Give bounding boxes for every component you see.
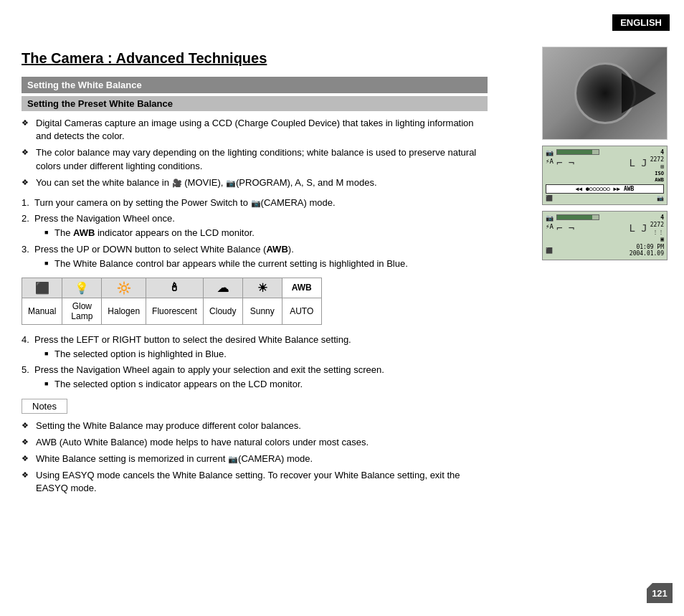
step-num-1: 1. [22,196,29,209]
lcd-right-icons-1: 4 2272 ⊞ ISO AWB [650,149,664,183]
wb-cell-fluor: Fluorescent [146,298,204,324]
lcd-battery-fill-1 [557,150,592,154]
bullet-text-3: You can set the white balance in 🎥 (MOVI… [36,177,377,188]
lcd-bottom-row-1: ⬛ 📷 [546,195,664,202]
wb-cell-manual: Manual [22,298,62,324]
wb-header-awb: AWB [282,278,321,298]
section-header: Setting the White Balance [22,77,488,93]
lcd-icons-left-2: 📷 ⚡A [546,214,554,230]
step-text-3: Press the UP or DOWN button to select Wh… [34,244,294,255]
lcd-bracket-left-1: ⌐ ¬ [556,158,574,168]
lcd-date: 2004.01.09 [630,250,664,257]
step-5-subnote: The selected option s indicator appears … [44,378,488,391]
bullet-item-2: The color balance may vary depending on … [22,146,488,172]
movie-icon: 🎥 [172,179,182,187]
lcd-flash-icon-1: ⚡A [546,158,554,165]
lcd-awb-label: AWB [655,177,664,183]
lcd-photo-icon: ▣ [660,236,664,242]
step-list-1: 1. Turn your camera on by setting the Po… [22,196,488,270]
lcd-camera-icon-2: 📷 [546,214,554,222]
camera-lens-image [542,47,668,140]
subsection-header: Setting the Preset White Balance [22,96,488,111]
step-4-subnote: The selected option is highlighted in Bl… [44,348,488,361]
step-text-1: Turn your camera on by setting the Power… [34,197,336,208]
camera-mode-icon-note: 📷 [228,455,238,463]
program-icon: 📷 [226,179,236,187]
wb-header-glow: 💡 [62,278,102,298]
notes-text-4: Using EASYQ mode cancels the White Balan… [36,470,460,493]
wb-header-sunny: ☀ [242,278,282,298]
step-3-subnote: The White Balance control bar appears wh… [44,257,488,270]
lcd-rec-icon-2: ⬛ [546,247,553,254]
lcd-icons-left-1: 📷 ⚡A [546,149,554,165]
lcd-num-2: 4 [660,214,664,221]
lcd-bracket-right-2: L J [629,223,647,233]
lcd-mode-icon-1: 📷 [657,195,664,202]
wb-header-halogen: 🔆 [102,278,146,298]
step-text-2: Press the Navigation Wheel once. [34,213,175,224]
step-4: 4. Press the LEFT or RIGHT button to sel… [22,333,488,361]
step-list-2: 4. Press the LEFT or RIGHT button to sel… [22,333,488,392]
step-text-4: Press the LEFT or RIGHT button to select… [34,334,351,345]
lcd-bracket-right-1: L J [629,158,647,168]
lcd-datetime: 01:09 PM 2004.01.09 [630,244,664,257]
step-2-subnote: The AWB indicator appears on the LCD mon… [44,227,488,240]
notes-item-1: Setting the White Balance may produce di… [22,420,488,432]
lcd-iso-label: ISO [655,171,664,176]
lcd-rec-icon-1: ⬛ [546,195,553,202]
step-3: 3. Press the UP or DOWN button to select… [22,243,488,270]
step-num-3: 3. [22,243,29,256]
lcd-camera-icon-1: 📷 [546,149,554,156]
step-num-2: 2. [22,212,29,225]
lcd-dots-icon: ⋮⋮ [652,229,664,235]
step-text-5: Press the Navigation Wheel again to appl… [34,364,384,375]
lcd-right-icons-2: 4 2272 ⋮⋮ ▣ [650,214,664,242]
lcd-grid-icon: ⊞ [660,164,664,170]
wb-header-fluor: 🕯 [146,278,204,298]
notes-text-3: White Balance setting is memorized in cu… [36,453,313,464]
step-2: 2. Press the Navigation Wheel once. The … [22,212,488,240]
page-number: 121 [647,583,673,603]
notes-item-3: White Balance setting is memorized in cu… [22,452,488,465]
main-content: The Camera : Advanced Techniques Setting… [0,14,502,510]
lcd-subnum-2: 2272 [650,222,664,228]
lcd-num-1: 4 [660,149,664,156]
lcd-screen-2: 📷 ⚡A ⌐ ¬ L J 4 2272 ⋮⋮ ▣ [542,211,668,260]
step-5: 5. Press the Navigation Wheel again to a… [22,364,488,391]
notes-box: Notes [22,399,67,414]
wb-cell-halogen: Halogen [102,298,146,324]
notes-text-1: Setting the White Balance may produce di… [36,420,301,431]
notes-item-4: Using EASYQ mode cancels the White Balan… [22,469,488,495]
play-triangle-icon [622,73,656,113]
lcd-battery-2 [556,214,599,220]
notes-text-2: AWB (Auto White Balance) mode helps to h… [36,437,369,447]
lcd-time: 01:09 PM [630,244,664,250]
lcd-awb-bar: ◀◀ ●○○○○○○ ▶▶ AWB [546,184,664,194]
lcd-bracket-left-2: ⌐ ¬ [556,223,574,233]
page-title: The Camera : Advanced Techniques [22,50,488,67]
wb-header-manual: ⬛ [22,278,62,298]
wb-header-cloudy: ☁ [203,278,242,298]
step-1: 1. Turn your camera on by setting the Po… [22,196,488,209]
lcd-battery-1 [556,149,599,155]
lcd-screen-1: 📷 ⚡A ⌐ ¬ L J 4 2272 ⊞ ISO [542,146,668,205]
wb-cell-cloudy: Cloudy [203,298,242,324]
intro-bullet-list: Digital Cameras capture an image using a… [22,117,488,189]
camera-lens [543,47,667,140]
page-container: ENGLISH 📷 ⚡A ⌐ ¬ L [0,0,684,616]
lcd-bottom-row-2: ⬛ 01:09 PM 2004.01.09 [546,244,664,257]
camera-mode-icon-1: 📷 [251,199,261,207]
wb-table: ⬛ 💡 🔆 🕯 ☁ ☀ AWB Manual GlowLamp Halogen … [22,278,322,325]
bullet-item-3: You can set the white balance in 🎥 (MOVI… [22,176,488,189]
bullet-text-2: The color balance may vary depending on … [36,147,476,171]
language-badge: ENGLISH [612,14,670,31]
notes-list: Setting the White Balance may produce di… [22,420,488,496]
wb-cell-sunny: Sunny [242,298,282,324]
lcd-battery-fill-2 [557,215,592,219]
wb-cell-glow: GlowLamp [62,298,102,324]
step-num-5: 5. [22,364,29,376]
right-sidebar: 📷 ⚡A ⌐ ¬ L J 4 2272 ⊞ ISO [542,47,671,260]
wb-cell-auto: AUTO [282,298,321,324]
step-num-4: 4. [22,333,29,346]
notes-item-2: AWB (Auto White Balance) mode helps to h… [22,436,488,449]
